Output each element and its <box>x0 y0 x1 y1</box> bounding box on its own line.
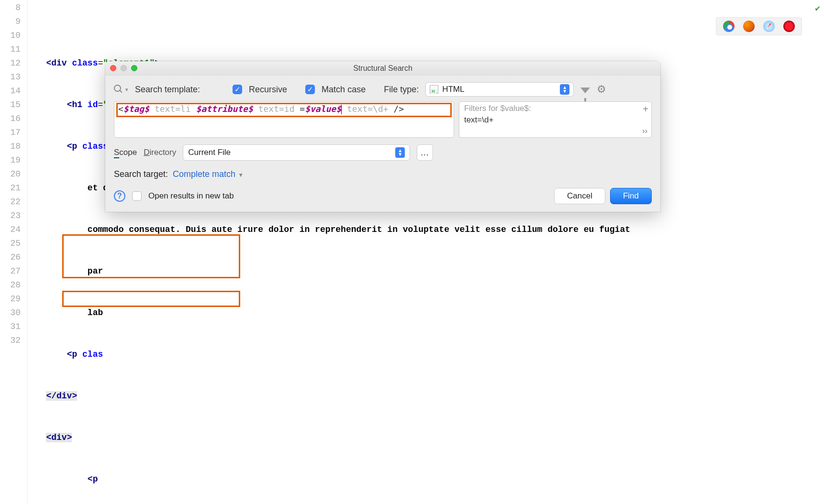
search-target-dropdown[interactable]: Complete match ▼ <box>173 169 244 179</box>
line-number-gutter: 8910 111213 141516 171819 202122 232425 … <box>0 0 28 504</box>
structural-search-dialog: Structural Search ▾ Search template: ✓ R… <box>105 61 660 212</box>
highlight-box-2 <box>62 291 240 307</box>
match-case-checkbox[interactable]: ✓ <box>305 85 315 94</box>
html-file-icon <box>430 85 438 94</box>
chevron-updown-icon: ▲▼ <box>560 84 569 95</box>
dialog-title: Structural Search <box>353 64 412 73</box>
open-results-checkbox[interactable] <box>132 191 142 201</box>
search-template-input[interactable]: <$tag$ text=li $attribute$ text=id =$val… <box>114 101 454 138</box>
chevron-updown-icon: ▲▼ <box>395 147 405 158</box>
zoom-window-icon[interactable] <box>131 65 137 71</box>
file-type-select[interactable]: HTML ▲▼ <box>425 82 574 97</box>
search-template-label: Search template: <box>135 85 200 95</box>
chrome-icon[interactable] <box>723 21 735 32</box>
search-target-label: Search target: <box>114 169 168 179</box>
recursive-checkbox[interactable]: ✓ <box>233 85 242 94</box>
filter-icon[interactable] <box>580 86 590 93</box>
scope-select[interactable]: Current File ▲▼ <box>183 144 410 161</box>
search-icon[interactable] <box>114 85 123 94</box>
more-icon[interactable]: ›› <box>642 127 647 135</box>
cancel-button[interactable]: Cancel <box>554 188 605 204</box>
find-button[interactable]: Find <box>610 188 652 204</box>
minimize-window-icon <box>121 65 127 71</box>
opera-icon[interactable] <box>783 21 795 32</box>
firefox-icon[interactable] <box>743 21 755 32</box>
help-icon[interactable]: ? <box>114 190 125 202</box>
gear-icon[interactable]: ⚙ <box>597 83 606 96</box>
filters-panel[interactable]: Filters for $value$: text=\d+ + ›› <box>459 101 652 138</box>
scope-tab[interactable]: Scope <box>114 148 137 157</box>
close-window-icon[interactable] <box>110 65 116 71</box>
safari-icon[interactable] <box>763 21 775 32</box>
filters-text: text=\d+ <box>464 115 646 125</box>
browser-preview-toolbar <box>716 17 802 35</box>
inspection-ok-icon: ✔ <box>815 2 820 16</box>
dialog-titlebar: Structural Search <box>105 61 660 76</box>
filters-label: Filters for $value$: <box>464 104 646 113</box>
add-filter-icon[interactable]: + <box>643 104 648 115</box>
browse-button[interactable]: … <box>417 144 433 161</box>
directory-tab[interactable]: Directory <box>144 148 176 157</box>
